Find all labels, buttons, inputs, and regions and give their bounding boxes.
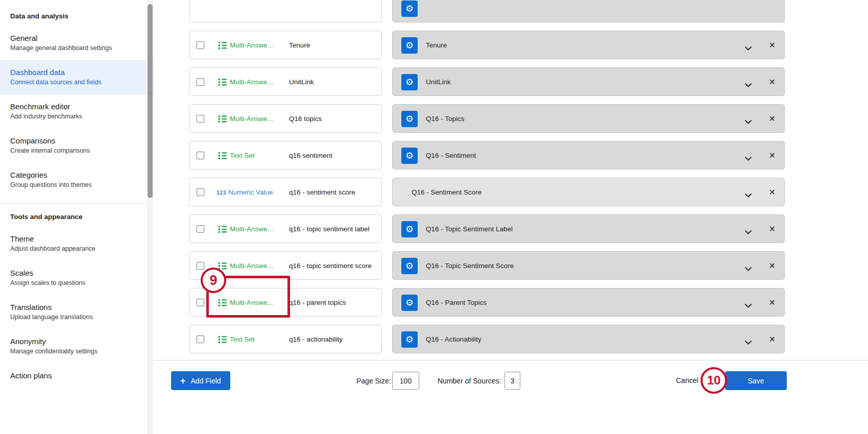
multi-answer-icon	[218, 262, 227, 270]
remove-field-icon[interactable]: ✕	[769, 298, 776, 307]
field-checkbox[interactable]	[197, 115, 204, 123]
numeric-value-icon: 123	[216, 189, 226, 196]
mapped-field-card: ⚙Q16 - Topic Sentiment Score✕	[392, 251, 785, 280]
number-of-sources-label: Number of Sources:	[438, 377, 501, 385]
field-checkbox[interactable]	[197, 335, 204, 343]
remove-field-icon[interactable]: ✕	[769, 224, 776, 234]
chevron-down-icon[interactable]	[744, 154, 752, 163]
sidebar-item-label: Dashboard data	[10, 68, 144, 77]
multi-answer-icon	[218, 225, 227, 233]
source-field-card: Multi-Answe...q16 - topic sentiment scor…	[189, 251, 382, 280]
field-row-partial: ⚙	[154, 0, 785, 22]
number-of-sources-input[interactable]	[504, 372, 520, 390]
save-button[interactable]: Save	[725, 371, 787, 390]
mapped-field-label: Tenure	[426, 41, 447, 49]
field-name: UnitLink	[289, 78, 314, 86]
chevron-down-icon[interactable]	[744, 301, 752, 310]
remove-field-icon[interactable]: ✕	[769, 187, 776, 197]
field-settings-gear-button[interactable]: ⚙	[401, 331, 418, 348]
add-field-button[interactable]: + Add Field	[171, 371, 230, 390]
field-row-q16-parent-topics: Multi-Answe...q16 - parent topics⚙Q16 - …	[154, 288, 785, 317]
sidebar-item-dashboard-data[interactable]: Dashboard dataConnect data sources and f…	[0, 60, 154, 94]
text-set-icon	[218, 335, 227, 344]
page-size-label: Page Size:	[356, 377, 391, 385]
chevron-down-icon[interactable]	[744, 337, 752, 347]
mapped-field-card: ⚙UnitLink✕	[392, 67, 785, 96]
field-row-q16-topic-sentiment-label: Multi-Answe...q16 - topic sentiment labe…	[154, 214, 785, 243]
field-row-tenure: Multi-Answe...Tenure⚙Tenure✕	[154, 31, 785, 59]
sidebar-section-header: Tools and appearance	[0, 206, 154, 227]
remove-field-icon[interactable]: ✕	[769, 40, 776, 50]
sidebar-item-anonymity[interactable]: AnonymityManage confidentiality settings	[0, 329, 154, 364]
sidebar-scrollbar-thumb[interactable]	[148, 4, 153, 198]
mapped-field-card: ⚙Tenure✕	[392, 31, 785, 59]
dashboard-settings-page: Data and analysisGeneralManage general d…	[0, 0, 868, 434]
chevron-down-icon[interactable]	[744, 227, 752, 236]
mapped-field-card: ⚙Q16 - Parent Topics✕	[392, 288, 785, 317]
field-settings-gear-button[interactable]: ⚙	[401, 111, 418, 127]
page-size-input[interactable]	[392, 372, 419, 390]
mapped-field-label: Q16 - Topic Sentiment Score	[426, 262, 514, 270]
mapped-field-label: Q16 - Topics	[426, 115, 465, 123]
multi-answer-icon	[218, 78, 227, 86]
sidebar-item-theme[interactable]: ThemeAdjust dashboard appearance	[0, 227, 154, 261]
field-settings-gear-button[interactable]: ⚙	[401, 258, 418, 274]
field-checkbox[interactable]	[197, 152, 204, 159]
field-checkbox[interactable]	[197, 262, 204, 270]
field-settings-gear-button[interactable]: ⚙	[401, 1, 418, 17]
field-settings-gear-button[interactable]: ⚙	[401, 74, 418, 90]
field-checkbox[interactable]	[197, 78, 204, 86]
field-type-label: Text Set	[230, 152, 255, 159]
plus-icon: +	[180, 376, 186, 385]
remove-field-icon[interactable]: ✕	[769, 151, 776, 160]
mapped-field-label: UnitLink	[426, 78, 451, 86]
remove-field-icon[interactable]: ✕	[769, 77, 776, 87]
sidebar-item-translations[interactable]: TranslationsUpload language translations	[0, 295, 154, 329]
field-checkbox[interactable]	[197, 225, 204, 233]
field-name: q16 - sentiment score	[289, 188, 355, 196]
source-field-card: Text Setq16 - actionability	[189, 325, 382, 353]
sidebar-item-label: Comparisons	[10, 136, 144, 146]
remove-field-icon[interactable]: ✕	[769, 114, 776, 124]
field-checkbox[interactable]	[197, 299, 204, 306]
chevron-down-icon[interactable]	[744, 190, 752, 200]
sidebar-item-benchmark-editor[interactable]: Benchmark editorAdd industry benchmarks	[0, 94, 154, 129]
field-checkbox[interactable]	[197, 41, 204, 49]
field-row-q16-actionability: Text Setq16 - actionability⚙Q16 - Action…	[154, 325, 785, 353]
chevron-down-icon[interactable]	[744, 43, 752, 53]
cancel-button[interactable]: Cancel	[676, 376, 698, 384]
sidebar-item-comparisons[interactable]: ComparisonsCreate internal comparisons	[0, 129, 154, 163]
sidebar-item-description: Adjust dashboard appearance	[10, 245, 144, 253]
field-row-q16-topic-sentiment-score: Multi-Answe...q16 - topic sentiment scor…	[154, 251, 785, 280]
field-name: Tenure	[289, 41, 310, 49]
remove-field-icon[interactable]: ✕	[769, 261, 776, 271]
remove-field-icon[interactable]: ✕	[769, 334, 776, 344]
field-type-label: Multi-Answe...	[230, 41, 273, 49]
sidebar-item-label: Scales	[10, 269, 144, 278]
source-field-card	[189, 0, 382, 22]
field-settings-gear-button[interactable]: ⚙	[401, 37, 418, 54]
chevron-down-icon[interactable]	[744, 80, 752, 89]
field-checkbox[interactable]	[197, 188, 204, 196]
mapped-field-label: Q16 - Sentiment	[426, 152, 476, 159]
sidebar-item-categories[interactable]: CategoriesGroup questions into themes	[0, 163, 154, 197]
mapped-field-card: ⚙Q16 - Topics✕	[392, 104, 785, 133]
chevron-down-icon[interactable]	[744, 264, 752, 273]
sidebar-item-scales[interactable]: ScalesAssign scales to questions	[0, 261, 154, 295]
mapped-field-card: ⚙Q16 - Topic Sentiment Label✕	[392, 214, 785, 243]
chevron-down-icon[interactable]	[744, 117, 752, 126]
field-settings-gear-button[interactable]: ⚙	[401, 148, 418, 164]
field-name: q16 - topic sentiment score	[289, 262, 372, 270]
field-settings-gear-button[interactable]: ⚙	[401, 221, 418, 237]
mapped-field-card: Q16 - Sentiment Score✕	[392, 178, 785, 206]
field-row-q16-sentiment: Text Setq16 sentiment⚙Q16 - Sentiment✕	[154, 141, 785, 170]
dashboard-data-panel: ype ⚙ ⚙Multi-Answe...Tenure⚙Tenure✕Multi…	[154, 0, 868, 434]
mapped-field-card: ⚙	[392, 0, 785, 22]
source-field-card: 123Numeric Valueq16 - sentiment score	[189, 178, 382, 206]
sidebar-item-action-plans[interactable]: Action plans	[0, 364, 154, 389]
field-row-q16-topics: Multi-Answe...Q16 topics⚙Q16 - Topics✕	[154, 104, 785, 133]
sidebar-item-general[interactable]: GeneralManage general dashboard settings	[0, 26, 154, 60]
field-settings-gear-button[interactable]: ⚙	[401, 295, 418, 311]
sidebar-scrollbar-track	[147, 0, 153, 434]
sidebar-item-description: Group questions into themes	[10, 181, 144, 189]
